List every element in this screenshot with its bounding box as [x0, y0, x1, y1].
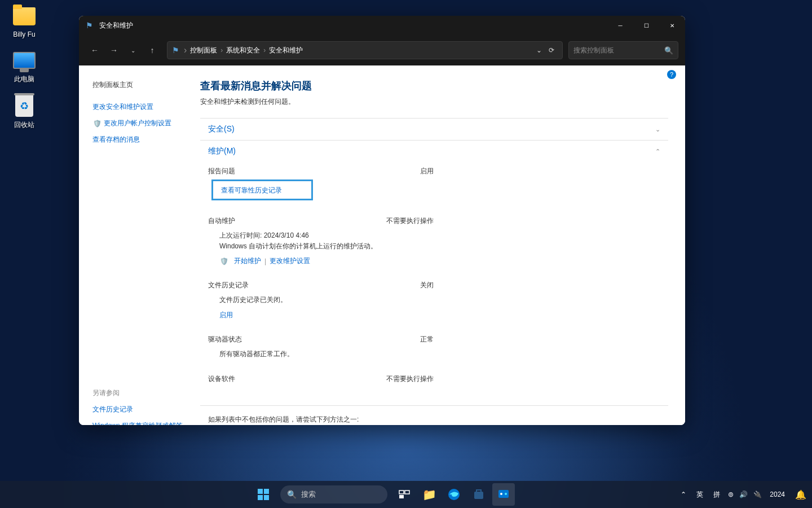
svg-rect-5 [405, 491, 409, 494]
chevron-up-icon: ⌃ [655, 148, 660, 155]
change-maintenance-link[interactable]: 更改维护设置 [270, 256, 310, 266]
svg-rect-0 [258, 489, 263, 494]
section-label: 报告问题 [208, 167, 235, 176]
minimize-button[interactable]: ─ [607, 16, 633, 35]
quick-settings[interactable]: ⊚ 🔊 🔌 [728, 491, 762, 498]
start-button[interactable] [252, 483, 275, 506]
chevron-right-icon: › [219, 46, 224, 54]
breadcrumb-item[interactable]: 控制面板 [188, 46, 219, 55]
status-text: 正常 [420, 335, 434, 344]
content-area: 控制面板主页 更改安全和维护设置 🛡️ 更改用户帐户控制设置 查看存档的消息 另… [79, 65, 685, 425]
report-problems-section: 报告问题 启用 查看可靠性历史记录 [200, 162, 668, 212]
desktop-folder-user[interactable]: Billy Fu [5, 5, 44, 38]
last-run-text: 上次运行时间: 2024/3/10 4:46 [219, 230, 660, 241]
main-panel: ? 查看最新消息并解决问题 安全和维护未检测到任何问题。 安全(S) ⌄ 维护(… [200, 65, 685, 425]
edge-button[interactable] [443, 483, 465, 506]
refresh-button[interactable]: ⟳ [545, 46, 558, 54]
system-tray: ⌃ 英 拼 ⊚ 🔊 🔌 2024 🔔 [678, 488, 809, 501]
store-icon [472, 488, 486, 501]
maintenance-expander: 维护(M) ⌃ 报告问题 启用 查看可靠性历史记录 自动维护 [200, 140, 668, 394]
folder-icon [13, 7, 36, 25]
security-expander: 安全(S) ⌄ [200, 118, 668, 140]
svg-rect-9 [498, 490, 509, 498]
sidebar-link-file-history[interactable]: 文件历史记录 [92, 401, 200, 418]
desktop-recycle-bin[interactable]: 回收站 [5, 94, 44, 130]
section-label: 自动维护 [208, 216, 235, 226]
start-maintenance-link[interactable]: 开始维护 [234, 256, 261, 266]
history-dropdown[interactable]: ⌄ [124, 41, 142, 59]
shield-icon: 🛡️ [92, 119, 102, 128]
up-button[interactable]: ↑ [143, 41, 161, 59]
maintenance-expander-header[interactable]: 维护(M) ⌃ [200, 141, 668, 162]
auto-maintenance-section: 自动维护 不需要执行操作 上次运行时间: 2024/3/10 4:46 Wind… [200, 212, 668, 276]
drive-status-section: 驱动器状态 正常 所有驱动器都正常工作。 [200, 330, 668, 370]
other-methods-section: 如果列表中不包括你的问题，请尝试下列方法之一: ↻ 恢复(R) 恢复电脑而不影响… [200, 405, 668, 425]
enable-file-history-link[interactable]: 启用 [219, 310, 233, 320]
device-software-section: 设备软件 不需要执行操作 [200, 370, 668, 394]
address-bar[interactable]: ⚑ › 控制面板 › 系统和安全 › 安全和维护 ⌄ ⟳ [167, 41, 563, 59]
help-icon[interactable]: ? [667, 70, 676, 79]
section-label: 驱动器状态 [208, 335, 242, 344]
desktop-icon-label: 此电脑 [14, 75, 34, 84]
back-button[interactable]: ← [86, 41, 104, 59]
status-text: 不需要执行操作 [386, 216, 434, 226]
breadcrumb-item[interactable]: 系统和安全 [224, 46, 262, 55]
sidebar-link-security-settings[interactable]: 更改安全和维护设置 [92, 99, 200, 115]
recycle-icon [15, 95, 33, 117]
file-explorer-button[interactable]: 📁 [418, 483, 440, 506]
ime-language[interactable]: 英 [694, 489, 705, 501]
sidebar-link-compat-troubleshoot[interactable]: Windows 程序兼容性疑难解答 [92, 418, 200, 425]
desktop-icon-label: 回收站 [14, 120, 34, 130]
flag-icon: ⚑ [172, 46, 179, 55]
status-text: 关闭 [420, 281, 434, 290]
sidebar-see-also-heading: 另请参阅 [92, 385, 200, 401]
toolbar: ← → ⌄ ↑ ⚑ › 控制面板 › 系统和安全 › 安全和维护 ⌄ ⟳ 🔍 [79, 35, 685, 65]
search-box[interactable]: 🔍 [568, 41, 678, 59]
other-methods-text: 如果列表中不包括你的问题，请尝试下列方法之一: [208, 415, 660, 424]
svg-rect-2 [258, 495, 263, 500]
sidebar-link-uac-settings[interactable]: 🛡️ 更改用户帐户控制设置 [92, 115, 200, 132]
sidebar-link-label: 更改用户帐户控制设置 [104, 119, 171, 128]
app-button[interactable] [492, 483, 515, 506]
file-history-section: 文件历史记录 关闭 文件历史记录已关闭。 启用 [200, 276, 668, 330]
breadcrumb-item[interactable]: 安全和维护 [267, 46, 305, 55]
tray-year[interactable]: 2024 [767, 489, 787, 500]
power-icon: 🔌 [753, 491, 762, 498]
folder-icon: 📁 [422, 488, 436, 501]
store-button[interactable] [467, 483, 490, 506]
desktop-icons: Billy Fu 此电脑 回收站 [5, 5, 44, 130]
search-icon[interactable]: 🔍 [664, 46, 673, 55]
windows-icon [257, 488, 270, 501]
ime-mode[interactable]: 拼 [711, 489, 722, 501]
reliability-history-link[interactable]: 查看可靠性历史记录 [221, 186, 282, 194]
titlebar[interactable]: ⚑ 安全和维护 ─ ☐ ✕ [79, 16, 685, 35]
security-expander-header[interactable]: 安全(S) ⌄ [200, 119, 668, 140]
svg-point-11 [505, 493, 507, 495]
maintenance-desc: Windows 自动计划在你的计算机上运行的维护活动。 [219, 241, 660, 252]
sidebar: 控制面板主页 更改安全和维护设置 🛡️ 更改用户帐户控制设置 查看存档的消息 另… [79, 65, 200, 425]
task-view-button[interactable] [393, 483, 416, 506]
expander-title: 安全(S) [208, 124, 235, 134]
address-dropdown[interactable]: ⌄ [533, 46, 545, 54]
maximize-button[interactable]: ☐ [633, 16, 659, 35]
sidebar-link-archived[interactable]: 查看存档的消息 [92, 132, 200, 148]
svg-rect-6 [399, 495, 404, 498]
sidebar-home-link[interactable]: 控制面板主页 [92, 77, 200, 93]
svg-rect-8 [474, 492, 483, 499]
expander-title: 维护(M) [208, 146, 236, 156]
pc-icon [13, 52, 36, 69]
tray-overflow-button[interactable]: ⌃ [678, 489, 689, 500]
search-input[interactable] [573, 46, 664, 54]
desktop-icon-label: Billy Fu [13, 30, 35, 38]
divider: | [264, 257, 266, 265]
svg-rect-1 [264, 489, 269, 494]
notifications-button[interactable]: 🔔 [793, 488, 809, 501]
control-panel-icon [497, 488, 510, 501]
desktop-this-pc[interactable]: 此电脑 [5, 49, 44, 84]
shield-icon: 🛡️ [219, 257, 228, 266]
svg-rect-4 [399, 491, 404, 494]
page-subtitle: 安全和维护未检测到任何问题。 [200, 97, 668, 107]
forward-button[interactable]: → [105, 41, 123, 59]
taskbar-search[interactable]: 🔍 搜索 [280, 485, 387, 503]
close-button[interactable]: ✕ [659, 16, 685, 35]
